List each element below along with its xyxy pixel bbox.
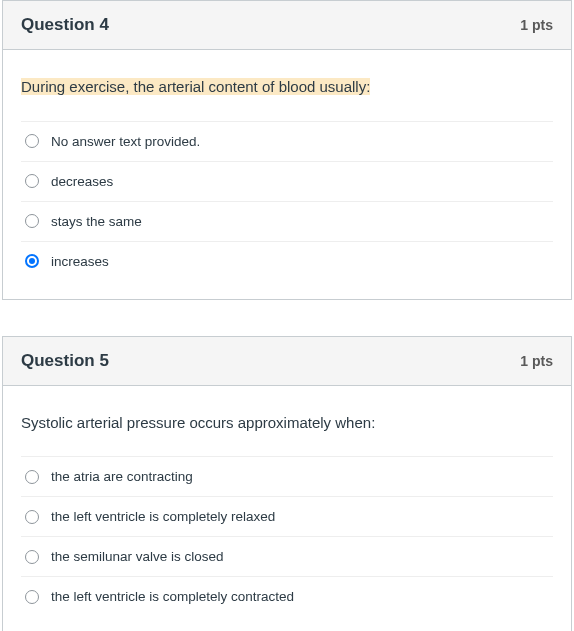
answer-option[interactable]: No answer text provided. — [21, 121, 553, 161]
answer-option[interactable]: stays the same — [21, 201, 553, 241]
radio-icon[interactable] — [25, 550, 39, 564]
question-card: Question 5 1 pts Systolic arterial press… — [2, 336, 572, 632]
question-title: Question 5 — [21, 351, 109, 371]
radio-icon[interactable] — [25, 510, 39, 524]
question-points: 1 pts — [520, 17, 553, 33]
radio-icon[interactable] — [25, 254, 39, 268]
answer-label: stays the same — [51, 214, 142, 229]
question-points: 1 pts — [520, 353, 553, 369]
radio-icon[interactable] — [25, 174, 39, 188]
answer-option[interactable]: the semilunar valve is closed — [21, 536, 553, 576]
answers-list: the atria are contracting the left ventr… — [21, 456, 553, 616]
question-header: Question 4 1 pts — [3, 1, 571, 50]
answer-label: No answer text provided. — [51, 134, 200, 149]
question-text-highlight: During exercise, the arterial content of… — [21, 78, 370, 95]
answer-option[interactable]: the atria are contracting — [21, 456, 553, 496]
question-body: During exercise, the arterial content of… — [3, 50, 571, 299]
question-header: Question 5 1 pts — [3, 337, 571, 386]
answer-label: the atria are contracting — [51, 469, 193, 484]
answer-option[interactable]: decreases — [21, 161, 553, 201]
answer-option[interactable]: increases — [21, 241, 553, 281]
question-body: Systolic arterial pressure occurs approx… — [3, 386, 571, 632]
radio-icon[interactable] — [25, 134, 39, 148]
radio-icon[interactable] — [25, 590, 39, 604]
question-text-span: Systolic arterial pressure occurs approx… — [21, 414, 375, 431]
question-card: Question 4 1 pts During exercise, the ar… — [2, 0, 572, 300]
answers-list: No answer text provided. decreases stays… — [21, 121, 553, 281]
radio-icon[interactable] — [25, 214, 39, 228]
question-text: During exercise, the arterial content of… — [21, 76, 553, 99]
radio-icon[interactable] — [25, 470, 39, 484]
answer-label: the semilunar valve is closed — [51, 549, 224, 564]
answer-label: decreases — [51, 174, 113, 189]
answer-label: increases — [51, 254, 109, 269]
answer-option[interactable]: the left ventricle is completely contrac… — [21, 576, 553, 616]
answer-option[interactable]: the left ventricle is completely relaxed — [21, 496, 553, 536]
answer-label: the left ventricle is completely contrac… — [51, 589, 294, 604]
answer-label: the left ventricle is completely relaxed — [51, 509, 275, 524]
question-title: Question 4 — [21, 15, 109, 35]
question-text: Systolic arterial pressure occurs approx… — [21, 412, 553, 435]
